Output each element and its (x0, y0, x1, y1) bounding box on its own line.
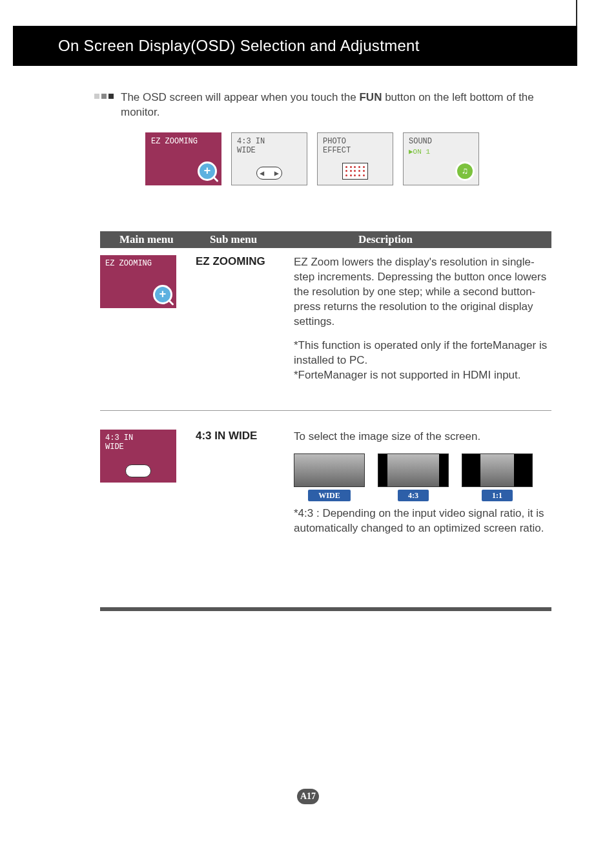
arrow-icon: ◀▶ (256, 167, 282, 180)
page-number-value: A17 (297, 789, 319, 804)
desc-p1: EZ Zoom lowers the display's resolution … (294, 255, 551, 329)
aspect-11: 1:1 (462, 453, 533, 501)
description: To select the image size of the screen. … (294, 430, 551, 545)
row-tile-ez: EZ ZOOMING + (100, 255, 176, 308)
tile-label: EZ ZOOMING (151, 137, 216, 146)
th-sub: Sub menu (210, 233, 257, 246)
desc-p2: *This function is operated only if the f… (294, 338, 551, 368)
arrow-icon: ◀▶ (125, 464, 151, 477)
tile-label-line2: WIDE (105, 442, 171, 452)
desc-p1: To select the image size of the screen. (294, 430, 551, 444)
tile-label-line2: EFFECT (323, 146, 387, 155)
th-desc: Description (358, 233, 413, 246)
osd-tile-row: EZ ZOOMING + 4:3 IN WIDE ◀▶ PHOTO EFFECT… (145, 132, 479, 185)
desc-p2: *4:3 : Depending on the input video sign… (294, 506, 551, 536)
tile-label: EZ ZOOMING (105, 259, 171, 268)
aspect-wide: WIDE (294, 453, 365, 501)
tile-sublabel: ▶ON 1 (409, 147, 473, 156)
section-header: On Screen Display(OSD) Selection and Adj… (13, 26, 577, 66)
intro-bold: FUN (359, 91, 382, 103)
table-row: 4:3 IN WIDE ◀▶ 4:3 IN WIDE To select the… (100, 430, 551, 483)
aspect-label: 4:3 (398, 490, 429, 501)
table-row: EZ ZOOMING + EZ ZOOMING EZ Zoom lowers t… (100, 255, 551, 308)
intro-text: The OSD screen will appear when you touc… (94, 90, 551, 120)
table-header: Main menu Sub menu Description (100, 231, 551, 248)
desc-p3: *ForteManager is not supported in HDMI i… (294, 368, 551, 383)
aspect-43: 4:3 (378, 453, 449, 501)
tile-ez-zooming[interactable]: EZ ZOOMING + (145, 132, 221, 185)
tile-photo-effect[interactable]: PHOTO EFFECT (317, 132, 393, 185)
page-number: A17 (0, 789, 616, 804)
sub-menu-label: EZ ZOOMING (196, 255, 265, 268)
tile-43-wide[interactable]: 4:3 IN WIDE ◀▶ (231, 132, 307, 185)
tile-label: SOUND (409, 137, 473, 146)
music-icon: ♫ (455, 161, 475, 181)
aspect-image (462, 453, 533, 487)
aspect-label: WIDE (308, 490, 350, 501)
dots-icon (342, 163, 368, 180)
aspect-label: 1:1 (482, 490, 513, 501)
section-title: On Screen Display(OSD) Selection and Adj… (58, 37, 420, 55)
description: EZ Zoom lowers the display's resolution … (294, 255, 551, 392)
tile-sound[interactable]: SOUND ▶ON 1 ♫ (403, 132, 479, 185)
th-main: Main menu (119, 233, 174, 246)
row-tile-43: 4:3 IN WIDE ◀▶ (100, 430, 176, 483)
zoom-icon: + (153, 285, 172, 304)
zoom-icon: + (198, 161, 217, 181)
aspect-image (294, 453, 365, 487)
aspect-image (378, 453, 449, 487)
tile-label-line2: WIDE (237, 146, 302, 155)
page-top-rule (576, 0, 577, 26)
divider (100, 410, 551, 411)
section-end-bar (100, 607, 551, 611)
tile-label-line1: 4:3 IN (237, 137, 302, 146)
tile-label-line1: 4:3 IN (105, 433, 171, 442)
aspect-row: WIDE 4:3 1:1 (294, 453, 551, 501)
tile-label-line1: PHOTO (323, 137, 387, 146)
sub-menu-label: 4:3 IN WIDE (196, 430, 257, 442)
intro-before: The OSD screen will appear when you touc… (121, 91, 359, 103)
